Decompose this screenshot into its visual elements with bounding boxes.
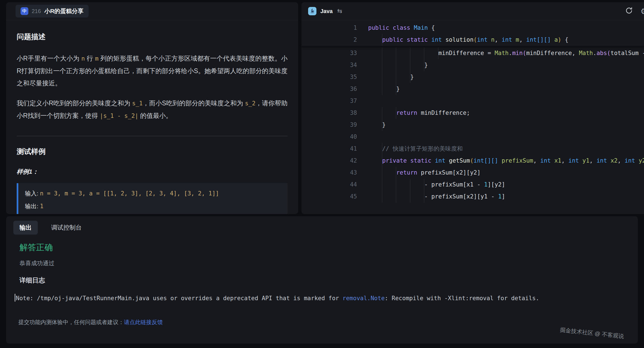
indent-guide	[368, 59, 424, 71]
code-token: min	[512, 50, 523, 56]
text-segment: 行	[85, 55, 95, 62]
sticky-code-lines: 1public class Main {2public static int s…	[301, 20, 644, 46]
code-token: ][y2]	[488, 181, 505, 188]
sample1-input-line: 输入: n = 3, m = 3, a = [[1, 2, 3], [2, 3,…	[25, 187, 281, 200]
problem-number: 216	[32, 8, 41, 14]
code-token: Math	[579, 50, 593, 56]
code-token: minDifference	[421, 110, 466, 116]
code-token: minDifference	[438, 50, 488, 56]
sample1-output-label: 输出:	[25, 203, 40, 209]
inline-code: n	[81, 55, 85, 62]
inline-code: s_2	[245, 100, 256, 107]
code-line-content: - prefixSum[x2][y1 - 1]	[368, 191, 505, 203]
code-line[interactable]: 1public class Main {	[301, 22, 644, 34]
code-token: (	[473, 36, 477, 43]
sample1-label: 样例1：	[17, 168, 288, 176]
code-line[interactable]: 34}	[301, 59, 644, 71]
java-icon	[308, 7, 316, 15]
console-tab-output[interactable]: 输出	[13, 221, 38, 235]
indent-guide	[368, 71, 410, 83]
indent-guide	[368, 119, 382, 131]
code-line-content: minDifference = Math.min(minDifference, …	[368, 47, 644, 59]
code-line[interactable]: 37	[301, 95, 644, 107]
language-selector[interactable]: Java ⇆	[308, 7, 342, 15]
log-heading: 详细日志	[19, 276, 631, 285]
console-tabs: 输出调试控制台	[13, 216, 631, 235]
line-number: 40	[301, 131, 357, 143]
code-token: ,	[561, 157, 568, 164]
code-token: a	[554, 36, 558, 43]
indent-guide	[368, 34, 382, 46]
code-token: -	[424, 181, 431, 188]
code-line[interactable]: 35}	[301, 71, 644, 83]
code-token: {	[431, 24, 435, 31]
settings-gear-icon[interactable]: ⚙	[640, 6, 644, 16]
code-line[interactable]: 38return minDifference;	[301, 107, 644, 119]
code-token: int	[435, 157, 449, 164]
code-token: int	[431, 36, 446, 43]
sample1-block: 输入: n = 3, m = 3, a = [[1, 2, 3], [2, 3,…	[17, 183, 288, 214]
code-line-content: return minDifference;	[368, 107, 470, 119]
refresh-icon[interactable]	[625, 6, 633, 16]
log-link-text[interactable]: removal.Note	[343, 295, 385, 302]
console-panel: 输出调试控制台 解答正确 恭喜成功通过 详细日志 Note: /tmp/oj-j…	[6, 216, 638, 344]
indent-guide	[368, 179, 424, 191]
code-editor[interactable]: 1public class Main {2public static int s…	[301, 20, 644, 203]
code-line[interactable]: 44- prefixSum[x1 - 1][y2]	[301, 179, 644, 191]
code-token: int[][]	[526, 36, 554, 43]
code-token: // 快速计算子矩形的美味度和	[382, 145, 463, 152]
code-token: prefixSum[x2][y1 -	[431, 193, 498, 200]
code-line[interactable]: 43return prefixSum[x2][y2]	[301, 167, 644, 179]
feedback-link[interactable]: 请点此链接反馈	[124, 319, 163, 325]
code-token: totalSum -	[611, 50, 644, 56]
code-lines: 33minDifference = Math.min(minDifference…	[301, 46, 644, 203]
code-token: return	[396, 110, 421, 116]
line-number: 1	[301, 22, 357, 34]
log-text[interactable]: Note: /tmp/oj-java/TestRunnerMain.java u…	[15, 292, 631, 304]
indent-guide	[368, 167, 396, 179]
code-line-content: }	[368, 59, 428, 71]
code-line[interactable]: 2public static int solution(int n, int m…	[301, 34, 644, 46]
code-token: =	[488, 50, 495, 56]
problem-tab[interactable]: 中 216 小R的蛋糕分享	[16, 5, 89, 18]
code-token: x2	[610, 157, 617, 164]
code-token: (	[470, 157, 474, 164]
code-token: Math	[495, 50, 509, 56]
code-token: prefixSum[x1 -	[431, 181, 484, 188]
code-line[interactable]: 42private static int getSum(int[][] pref…	[301, 155, 644, 167]
code-line[interactable]: 36}	[301, 83, 644, 95]
console-tab-debug[interactable]: 调试控制台	[45, 221, 88, 235]
line-number: 33	[301, 47, 357, 59]
code-line-content: public class Main {	[368, 22, 435, 34]
problem-panel-header: 中 216 小R的蛋糕分享	[6, 2, 298, 20]
line-number: 2	[301, 34, 357, 46]
watermark: 掘金技术社区 @ 不客观说	[560, 326, 624, 340]
code-line-content: private static int getSum(int[][] prefix…	[368, 155, 644, 167]
result-status: 解答正确	[19, 242, 631, 253]
code-token: (	[607, 50, 611, 56]
indent-guide	[368, 83, 396, 95]
code-line[interactable]: 40	[301, 131, 644, 143]
line-number: 43	[301, 167, 357, 179]
code-line-content: }	[368, 83, 400, 95]
code-line[interactable]: 45- prefixSum[x2][y1 - 1]	[301, 191, 644, 203]
code-token: .	[593, 50, 596, 56]
text-cursor	[15, 294, 15, 302]
code-token: .	[509, 50, 512, 56]
section-divider	[17, 136, 288, 136]
swap-language-icon[interactable]: ⇆	[337, 8, 342, 15]
code-line-content: return prefixSum[x2][y2]	[368, 167, 481, 179]
code-line[interactable]: 41// 快速计算子矩形的美味度和	[301, 143, 644, 155]
code-token: int	[502, 36, 516, 43]
problem-title: 小R的蛋糕分享	[44, 7, 83, 15]
difficulty-badge: 中	[21, 7, 28, 15]
log-segments: Note: /tmp/oj-java/TestRunnerMain.java u…	[16, 295, 539, 302]
code-line[interactable]: 33minDifference = Math.min(minDifference…	[301, 47, 644, 59]
code-line[interactable]: 39}	[301, 119, 644, 131]
code-token: n	[491, 36, 495, 43]
indent-guide	[368, 107, 396, 119]
log-plain-text: : Recompile with -Xlint:removal for deta…	[385, 295, 539, 302]
description-heading: 问题描述	[17, 32, 288, 42]
line-number: 36	[301, 83, 357, 95]
problem-content[interactable]: 问题描述 小R手里有一个大小为 n 行 m 列的矩形蛋糕，每个小正方形区域都有一…	[6, 32, 298, 214]
